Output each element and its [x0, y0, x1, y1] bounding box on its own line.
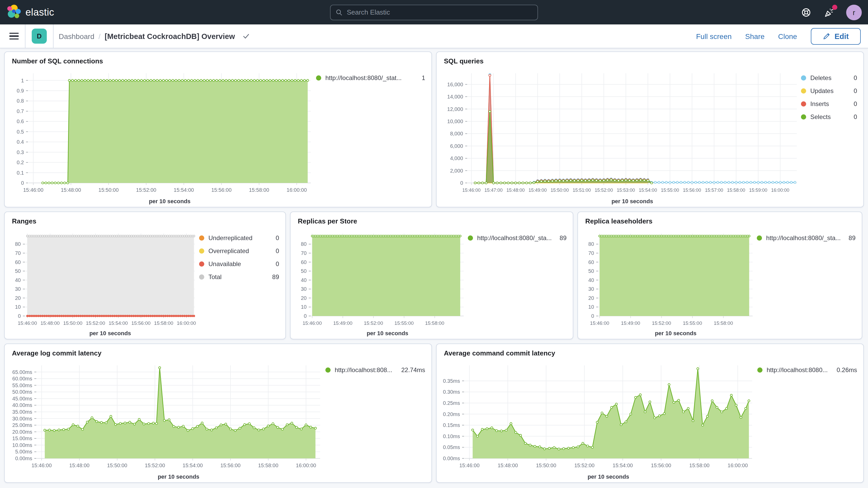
- svg-text:10.00ms: 10.00ms: [12, 442, 32, 448]
- legend-item[interactable]: Underreplicated0: [199, 234, 279, 242]
- menu-icon[interactable]: [9, 33, 19, 39]
- command-commit-latency-chart[interactable]: 0.00ms0.05ms0.10ms0.15ms0.20ms0.25ms0.30…: [437, 358, 757, 482]
- legend-series-dot-icon: [199, 236, 204, 241]
- legend-series-label: Unavailable: [209, 261, 272, 268]
- legend-item[interactable]: http://localhost:8080...0.26ms: [757, 366, 857, 374]
- svg-text:25.00ms: 25.00ms: [12, 422, 32, 428]
- legend-item[interactable]: http://localhost:808...22.74ms: [326, 366, 425, 374]
- chart-svg: 0102030405060708015:46:0015:49:0015:52:0…: [290, 226, 468, 339]
- svg-text:0.3: 0.3: [17, 149, 24, 155]
- legend-item[interactable]: Deletes0: [801, 74, 857, 82]
- svg-text:15:54:00: 15:54:00: [108, 321, 128, 326]
- legend-item[interactable]: Updates0: [801, 87, 857, 95]
- dashboard-grid: Number of SQL connections 00.10.20.30.40…: [0, 48, 868, 483]
- svg-text:15:58:00: 15:58:00: [425, 321, 444, 326]
- svg-text:70: 70: [15, 250, 21, 256]
- svg-text:15:58:00: 15:58:00: [258, 462, 278, 468]
- svg-text:15:58:00: 15:58:00: [154, 321, 173, 326]
- legend-item[interactable]: Total89: [199, 273, 279, 281]
- svg-text:15:46:00: 15:46:00: [303, 321, 322, 326]
- svg-text:15:58:00: 15:58:00: [689, 462, 710, 468]
- svg-text:15:46:00: 15:46:00: [460, 462, 480, 468]
- svg-text:15:52:00: 15:52:00: [364, 321, 383, 326]
- help-icon[interactable]: [800, 6, 812, 18]
- svg-text:15:54:00: 15:54:00: [613, 462, 633, 468]
- svg-text:35.00ms: 35.00ms: [12, 409, 32, 415]
- legend-series-value: 0.26ms: [837, 366, 857, 374]
- svg-text:70: 70: [301, 250, 307, 256]
- legend-series-value: 1: [422, 74, 425, 82]
- svg-text:15:51:00: 15:51:00: [572, 188, 591, 193]
- legend-series-label: Underreplicated: [209, 234, 272, 242]
- panel-title: Average command commit latency: [437, 344, 863, 358]
- dashboard-app-icon[interactable]: D: [32, 29, 47, 44]
- panel-title: Average log commit latency: [5, 344, 431, 358]
- svg-text:2,000: 2,000: [450, 168, 463, 174]
- svg-text:15:52:00: 15:52:00: [574, 462, 595, 468]
- legend-item[interactable]: http://localhost:8080/_sta...89: [757, 234, 856, 242]
- svg-text:0.30ms: 0.30ms: [443, 389, 460, 395]
- legend-item[interactable]: http://localhost:8080/_stat...1: [316, 74, 425, 82]
- svg-text:0.8: 0.8: [17, 98, 24, 104]
- legend-series-label: Overreplicated: [209, 247, 272, 255]
- user-avatar[interactable]: r: [846, 4, 862, 20]
- breadcrumb-dashboard-link[interactable]: Dashboard: [59, 32, 94, 40]
- chart-legend: http://localhost:808...22.74ms: [326, 358, 431, 482]
- legend-item[interactable]: Unavailable0: [199, 261, 279, 268]
- svg-text:0.9: 0.9: [17, 88, 24, 94]
- legend-item[interactable]: Overreplicated0: [199, 247, 279, 255]
- legend-series-value: 0: [854, 74, 857, 82]
- svg-text:50: 50: [15, 268, 21, 274]
- legend-series-label: http://localhost:808...: [335, 366, 397, 374]
- legend-item[interactable]: Selects0: [801, 113, 857, 121]
- legend-series-value: 0: [854, 87, 857, 95]
- elastic-brand[interactable]: elastic: [0, 5, 54, 19]
- legend-item[interactable]: Inserts0: [801, 100, 857, 108]
- svg-text:0.10ms: 0.10ms: [443, 433, 460, 439]
- whats-new-party-popper-icon[interactable]: [823, 6, 835, 18]
- panel-number-of-sql-connections: Number of SQL connections 00.10.20.30.40…: [4, 52, 432, 207]
- svg-text:0.25ms: 0.25ms: [443, 400, 460, 406]
- legend-series-label: Deletes: [810, 74, 849, 82]
- ranges-chart[interactable]: 0102030405060708015:46:0015:48:0015:50:0…: [5, 226, 199, 339]
- svg-text:15:46:00: 15:46:00: [23, 187, 43, 193]
- svg-text:15:56:00: 15:56:00: [131, 321, 151, 326]
- legend-series-dot-icon: [757, 236, 762, 241]
- svg-text:16,000: 16,000: [447, 82, 463, 87]
- legend-series-dot-icon: [199, 248, 204, 254]
- legend-series-label: http://localhost:8080/_sta...: [477, 234, 555, 242]
- svg-text:0.35ms: 0.35ms: [443, 378, 460, 384]
- legend-series-value: 0: [276, 234, 279, 242]
- svg-text:40: 40: [588, 277, 594, 283]
- svg-text:14,000: 14,000: [447, 94, 463, 99]
- svg-text:8,000: 8,000: [450, 131, 463, 136]
- svg-text:30: 30: [588, 286, 594, 292]
- clone-button[interactable]: Clone: [778, 32, 797, 40]
- share-button[interactable]: Share: [745, 32, 765, 40]
- svg-text:15:49:00: 15:49:00: [621, 321, 640, 326]
- svg-text:15:52:00: 15:52:00: [595, 188, 613, 193]
- log-commit-latency-chart[interactable]: 0.00ms5.00ms10.00ms15.00ms20.00ms25.00ms…: [5, 358, 326, 482]
- svg-text:15:55:00: 15:55:00: [683, 321, 702, 326]
- full-screen-button[interactable]: Full screen: [696, 32, 732, 40]
- svg-text:15:49:00: 15:49:00: [333, 321, 352, 326]
- sql-queries-chart[interactable]: 02,0004,0006,0008,00010,00012,00014,0001…: [437, 66, 801, 207]
- global-search[interactable]: [330, 4, 538, 20]
- replicas-per-store-chart[interactable]: 0102030405060708015:46:0015:49:0015:52:0…: [290, 226, 468, 339]
- legend-series-value: 89: [560, 234, 566, 242]
- legend-series-value: 89: [848, 234, 856, 242]
- replica-leaseholders-chart[interactable]: 0102030405060708015:46:0015:49:0015:52:0…: [578, 226, 757, 339]
- sql-connections-chart[interactable]: 00.10.20.30.40.50.60.70.80.9115:46:0015:…: [5, 66, 316, 207]
- svg-text:15:57:00: 15:57:00: [705, 188, 723, 193]
- svg-text:15:52:00: 15:52:00: [136, 187, 156, 193]
- legend-item[interactable]: http://localhost:8080/_sta...89: [468, 234, 566, 242]
- edit-button[interactable]: Edit: [811, 28, 861, 44]
- page-title: [Metricbeat CockroachDB] Overview: [105, 32, 235, 40]
- svg-text:40: 40: [15, 277, 21, 283]
- search-input[interactable]: [347, 8, 532, 16]
- svg-text:15:54:00: 15:54:00: [639, 188, 657, 193]
- title-check-icon[interactable]: [242, 32, 250, 40]
- svg-text:15:56:00: 15:56:00: [651, 462, 671, 468]
- panel-sql-queries: SQL queries 02,0004,0006,0008,00010,0001…: [436, 52, 864, 207]
- legend-series-dot-icon: [801, 114, 806, 120]
